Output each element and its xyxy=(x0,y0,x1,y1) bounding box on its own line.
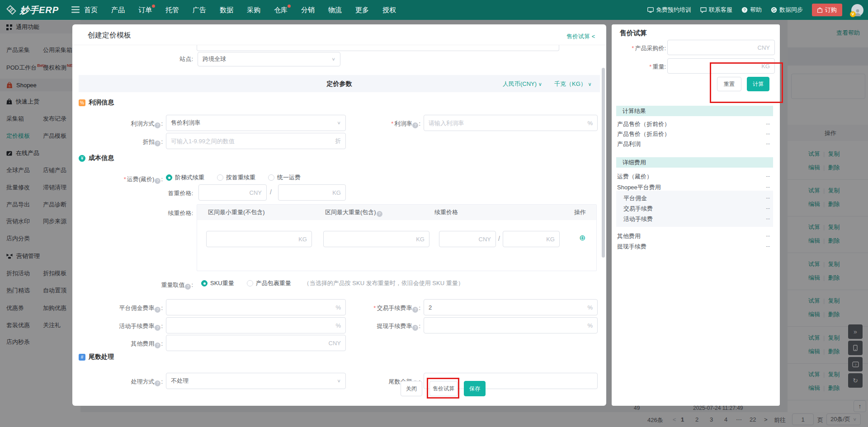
slash-separator: / xyxy=(270,188,272,196)
nav-logistics[interactable]: 物流 xyxy=(328,6,342,14)
monitor-icon xyxy=(647,7,654,13)
question-icon[interactable]: ? xyxy=(155,307,160,313)
radio-selected-icon xyxy=(201,280,208,286)
freight-label: *运费(藏价)?: xyxy=(72,175,163,184)
nav-home[interactable]: 首页 xyxy=(84,6,98,14)
vip-badge: V xyxy=(850,11,856,17)
activity-fee-input[interactable]: % xyxy=(166,317,346,333)
cny-suffix: CNY xyxy=(250,189,262,196)
question-icon[interactable]: ? xyxy=(155,122,160,128)
radio-package-weight[interactable]: 产品包裹重量 xyxy=(247,279,291,287)
question-icon[interactable]: ? xyxy=(155,178,160,184)
question-icon[interactable]: ? xyxy=(377,211,382,217)
radio-sku-weight[interactable]: SKU重量 xyxy=(201,279,234,287)
percent-suffix: % xyxy=(335,304,341,311)
profit-mode-select[interactable]: 售价利润率 ∨ xyxy=(166,115,346,131)
main-nav: 首页 产品 订单 托管 广告 数据 采购 仓库 分销 物流 更多 授权 xyxy=(84,0,396,20)
max-weight-input[interactable]: KG xyxy=(323,231,429,247)
discount-input[interactable]: 折 xyxy=(166,133,346,149)
first-weight-price-label: 首重价格: xyxy=(99,189,193,197)
create-pricing-template-modal: 创建定价模板 售价试算 < 站点: 跨境全球 ∨ 定价参数 人民币(CNY) ∨… xyxy=(72,24,606,406)
first-weight-amount-input[interactable]: KG xyxy=(278,184,346,201)
subscribe-button[interactable]: 订购 xyxy=(812,4,842,16)
profit-rate-label: *利润率?: xyxy=(353,120,420,128)
platform-fee-input[interactable]: % xyxy=(166,299,346,315)
chevron-down-icon: ∨ xyxy=(538,81,542,87)
fee-row-label: 其他费用 xyxy=(617,232,641,240)
hamburger-menu-icon[interactable] xyxy=(71,6,80,15)
discount-label: 折扣?: xyxy=(72,138,163,146)
avatar[interactable]: V xyxy=(851,4,863,16)
nav-ads[interactable]: 广告 xyxy=(193,6,206,14)
min-weight-input[interactable]: KG xyxy=(206,231,312,247)
chevron-down-icon: ∨ xyxy=(588,81,591,87)
tail-section-icon: # xyxy=(79,354,85,361)
fee-sub-value: -- xyxy=(766,215,770,222)
app-logo[interactable]: 妙手ERP xyxy=(6,0,59,20)
contact-service-link[interactable]: 联系客服 xyxy=(700,6,732,14)
site-select[interactable]: 跨境全球 ∨ xyxy=(198,52,340,66)
site-label: 站点: xyxy=(143,56,193,62)
training-link[interactable]: 免费预约培训 xyxy=(647,6,691,14)
profit-section-header: % 利润信息 xyxy=(79,99,114,107)
th-ops: 操作 xyxy=(574,205,586,220)
result-row-label: 产品售价（折后价） xyxy=(617,130,670,138)
nav-products[interactable]: 产品 xyxy=(111,6,125,14)
radio-first-weight[interactable]: 按首重续重 xyxy=(217,174,255,182)
cost-section-title: 成本信息 xyxy=(89,154,114,162)
close-button[interactable]: 关闭 xyxy=(401,381,422,396)
help-link[interactable]: ? 帮助 xyxy=(741,6,762,14)
weight-mode-label: 重量取值?: xyxy=(99,281,193,290)
trial-panel-toggle-link[interactable]: 售价试算 < xyxy=(566,33,595,41)
currency-select[interactable]: 人民币(CNY) ∨ xyxy=(503,80,542,88)
question-icon[interactable]: ? xyxy=(412,122,418,128)
result-row-label: 产品售价（折前价） xyxy=(617,120,670,128)
weight-unit-select[interactable]: 千克（KG） ∨ xyxy=(554,80,591,88)
question-icon[interactable]: ? xyxy=(155,141,160,146)
profit-rate-input[interactable]: % xyxy=(424,115,598,131)
renewal-table-header: 区间最小重量(不包含) 区间最大重量(包含)? 续重价格 操作 xyxy=(197,205,596,220)
purchase-price-input[interactable]: CNY xyxy=(667,40,775,55)
modal-title: 创建定价模板 xyxy=(88,31,131,40)
first-weight-price-input[interactable]: CNY xyxy=(198,184,267,201)
renewal-weight-input[interactable]: KG xyxy=(503,231,560,247)
radio-tiered-weight[interactable]: 阶梯式续重 xyxy=(166,174,204,182)
chevron-left-icon: < xyxy=(592,33,595,40)
nav-data[interactable]: 数据 xyxy=(220,6,233,14)
question-icon[interactable]: ? xyxy=(412,325,418,331)
notification-dot xyxy=(288,5,291,8)
question-icon[interactable]: ? xyxy=(155,343,160,348)
question-icon[interactable]: ? xyxy=(412,307,418,313)
transaction-fee-input[interactable]: % xyxy=(424,299,598,315)
handle-mode-select[interactable]: 不处理 ∨ xyxy=(166,373,346,389)
bag-icon xyxy=(817,7,822,13)
nav-hosting[interactable]: 托管 xyxy=(165,6,179,14)
fee-row-value: -- xyxy=(766,243,770,249)
freight-radio-group: 阶梯式续重 按首重续重 统一运费 xyxy=(166,174,301,182)
radio-flat-freight[interactable]: 统一运费 xyxy=(268,174,301,182)
nav-distribution[interactable]: 分销 xyxy=(301,6,315,14)
percent-suffix: % xyxy=(335,322,341,329)
other-fee-input[interactable]: CNY xyxy=(166,335,346,351)
nav-purchase[interactable]: 采购 xyxy=(247,6,260,14)
platform-fee-label: 平台佣金费率?: xyxy=(72,304,163,313)
chevron-down-icon: ∨ xyxy=(337,378,341,383)
site-select-value: 跨境全球 xyxy=(203,55,226,63)
template-name-input-clipped[interactable] xyxy=(197,45,559,51)
question-icon[interactable]: ? xyxy=(155,380,160,386)
chevron-down-icon: ∨ xyxy=(337,120,341,125)
nav-more[interactable]: 更多 xyxy=(355,6,369,14)
renewal-price-input[interactable]: CNY xyxy=(439,231,496,247)
nav-warehouse[interactable]: 仓库 xyxy=(274,6,288,14)
data-sync-link[interactable]: 数据同步 xyxy=(771,6,803,14)
nav-orders[interactable]: 订单 xyxy=(138,6,152,14)
add-row-icon[interactable]: ⊕ xyxy=(579,233,585,243)
save-button[interactable]: 保存 xyxy=(464,381,486,396)
nav-authorization[interactable]: 授权 xyxy=(382,6,396,14)
withdraw-fee-input[interactable]: % xyxy=(424,317,598,333)
annotation-box-trial-button xyxy=(427,378,459,399)
modal-scrollbar[interactable] xyxy=(602,68,605,258)
cost-section-icon: ¥ xyxy=(79,155,85,162)
question-icon[interactable]: ? xyxy=(185,284,191,290)
question-icon[interactable]: ? xyxy=(155,325,160,331)
